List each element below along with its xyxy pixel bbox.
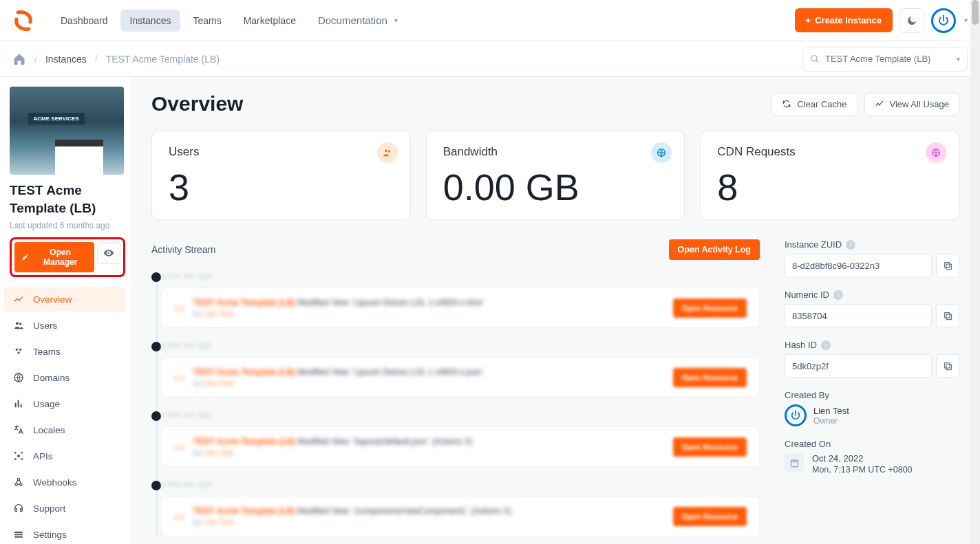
created-on-row: Oct 24, 2022 Mon, 7:13 PM UTC +0800	[785, 453, 959, 475]
open-activity-log-button[interactable]: Open Activity Log	[669, 239, 760, 260]
preview-button[interactable]	[97, 242, 120, 264]
activity-body: TEST Acme Template (LB) Modified View `/…	[193, 506, 665, 526]
activity-index: «»	[174, 372, 185, 383]
svg-rect-28	[946, 264, 952, 270]
activity-index: «»	[174, 303, 185, 314]
svg-point-3	[19, 323, 21, 325]
sidenav-usage[interactable]: Usage	[4, 391, 125, 416]
hash-id-value[interactable]	[785, 354, 932, 378]
activity-title: TEST Acme Template (LB) Modified View `L…	[193, 367, 665, 377]
breadcrumb-current: TEST Acme Template (LB)	[106, 54, 220, 65]
search-icon	[810, 54, 820, 64]
nav-marketplace[interactable]: Marketplace	[234, 10, 306, 32]
globe-icon	[926, 142, 946, 163]
open-resource-button[interactable]: Open Resource	[673, 507, 747, 526]
theme-toggle-button[interactable]	[899, 8, 924, 33]
timeline-group: a few sec ago «» TEST Acme Template (LB)…	[161, 479, 760, 536]
sidenav-settings[interactable]: Settings	[4, 522, 125, 544]
webhook-icon	[12, 476, 25, 488]
stat-users: Users 3	[151, 131, 411, 220]
nav-documentation[interactable]: Documentation▾	[308, 9, 407, 32]
instance-search[interactable]: ▾	[802, 47, 968, 72]
activity-body: TEST Acme Template (LB) Modified View `L…	[193, 367, 665, 387]
nav-dashboard[interactable]: Dashboard	[51, 10, 118, 32]
svg-rect-9	[18, 400, 19, 408]
settings-icon	[12, 528, 25, 541]
info-icon[interactable]: i	[846, 240, 855, 250]
stat-value: 3	[169, 168, 394, 206]
power-icon	[790, 410, 801, 421]
open-resource-button[interactable]: Open Resource	[673, 298, 747, 318]
instance-title: TEST Acme Template (LB)	[10, 182, 125, 217]
instance-search-input[interactable]	[825, 54, 951, 64]
activity-body: TEST Acme Template (LB) Modified View `L…	[193, 298, 665, 318]
nav-instances[interactable]: Instances	[120, 10, 181, 32]
svg-rect-8	[15, 403, 17, 408]
nav-teams[interactable]: Teams	[183, 10, 231, 32]
creator-name: Lien Test	[813, 406, 849, 416]
breadcrumb-instances[interactable]: Instances	[45, 54, 87, 65]
svg-point-18	[17, 479, 19, 481]
scrollbar-track[interactable]	[970, 0, 980, 544]
users-icon	[377, 142, 398, 163]
svg-rect-29	[944, 262, 950, 268]
svg-point-4	[16, 349, 18, 351]
open-manager-highlight: Open Manager	[10, 237, 125, 277]
activity-byline: by Lien Test	[193, 518, 665, 526]
main-layout: TEST Acme Template (LB) Last updated 6 m…	[0, 77, 980, 544]
timeline-dot	[151, 272, 161, 282]
sidenav-users[interactable]: Users	[4, 313, 125, 338]
breadcrumb-bar: / Instances / TEST Acme Template (LB) ▾	[0, 41, 980, 77]
page-title: Overview	[151, 92, 243, 116]
info-icon[interactable]: i	[833, 290, 843, 300]
view-all-usage-button[interactable]: View All Usage	[864, 93, 959, 116]
activity-body: TEST Acme Template (LB) Modified View `/…	[193, 437, 665, 457]
activity-card: «» TEST Acme Template (LB) Modified View…	[161, 426, 760, 467]
sidenav-teams[interactable]: Teams	[4, 339, 125, 364]
scrollbar-thumb[interactable]	[972, 0, 979, 25]
sidenav-locales[interactable]: Locales	[4, 417, 125, 442]
open-resource-button[interactable]: Open Resource	[673, 437, 747, 457]
copy-hash-button[interactable]	[936, 354, 959, 378]
nav-items: Dashboard Instances Teams Marketplace Do…	[51, 9, 407, 32]
stat-cdn-requests: CDN Requests 8	[700, 131, 959, 220]
activity-header: Activity Stream Open Activity Log	[151, 239, 760, 260]
created-time: Mon, 7:13 PM UTC +0800	[812, 465, 913, 475]
numeric-id-label: Numeric IDi	[785, 290, 959, 300]
brand-logo[interactable]	[12, 10, 34, 32]
instance-info-panel: Instance ZUIDi Numeric IDi Hash IDi	[772, 239, 959, 487]
sidenav-webhooks[interactable]: Webhooks	[4, 470, 125, 494]
activity-card: «» TEST Acme Template (LB) Modified View…	[161, 287, 760, 328]
zuid-label: Instance ZUIDi	[785, 239, 959, 250]
svg-point-11	[17, 455, 20, 457]
open-resource-button[interactable]: Open Resource	[673, 368, 747, 387]
user-avatar-button[interactable]	[931, 8, 956, 33]
numeric-id-value[interactable]	[785, 304, 932, 327]
svg-point-0	[811, 55, 817, 61]
info-icon[interactable]: i	[821, 340, 831, 350]
creator-role: Owner	[813, 416, 849, 426]
activity-index: «»	[174, 442, 185, 453]
timeline-time: a few sec ago	[161, 340, 760, 350]
create-instance-button[interactable]: + Create Instance	[795, 8, 893, 32]
open-manager-button[interactable]: Open Manager	[14, 242, 94, 272]
activity-index: «»	[174, 511, 185, 522]
teams-icon	[12, 345, 25, 358]
svg-rect-32	[946, 365, 952, 370]
sidenav-overview[interactable]: Overview	[4, 287, 125, 312]
sidenav-apis[interactable]: APIs	[4, 444, 125, 468]
copy-numeric-button[interactable]	[936, 304, 959, 327]
clear-cache-button[interactable]: Clear Cache	[771, 93, 857, 116]
sidenav-domains[interactable]: Domains	[4, 365, 125, 390]
activity-timeline: a few sec ago «» TEST Acme Template (LB)…	[151, 271, 760, 536]
copy-zuid-button[interactable]	[936, 254, 959, 277]
svg-rect-20	[14, 534, 23, 536]
timeline-group: a few sec ago «» TEST Acme Template (LB)…	[161, 340, 760, 398]
svg-point-12	[14, 452, 17, 454]
timeline-time: a few sec ago	[161, 271, 760, 281]
svg-rect-10	[21, 404, 22, 408]
sidenav-support[interactable]: Support	[4, 496, 125, 521]
home-icon[interactable]	[12, 52, 26, 66]
zuid-value[interactable]	[785, 254, 932, 277]
chevron-down-icon: ▾	[957, 55, 960, 63]
